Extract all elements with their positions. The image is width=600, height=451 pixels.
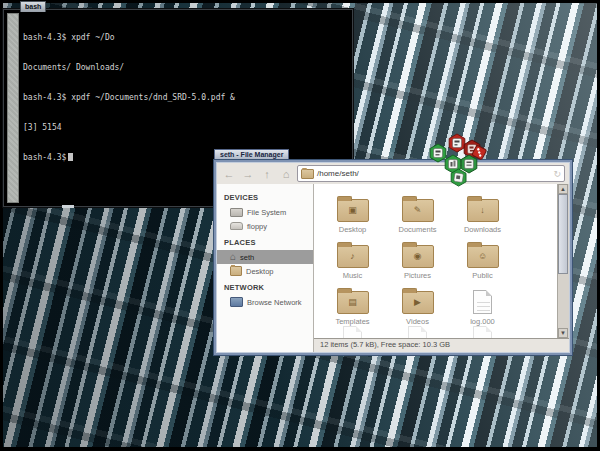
sidebar-heading-devices: DEVICES	[224, 193, 313, 202]
file-label: Pictures	[404, 271, 431, 280]
document-icon	[408, 326, 427, 338]
sidebar-item-floppy[interactable]: floppy	[217, 219, 313, 233]
file-item-desktop[interactable]: ▣ Desktop	[320, 188, 385, 234]
file-item-pictures[interactable]: ◉ Pictures	[385, 234, 450, 280]
folder-icon: ◉	[402, 245, 434, 268]
scroll-down-icon[interactable]: ▼	[558, 328, 568, 338]
file-label: Desktop	[339, 225, 367, 234]
sidebar: DEVICES File System floppy PLACES ⌂ seth…	[217, 184, 314, 352]
green-die-icon	[430, 144, 446, 162]
files-column: ▣ Desktop ✎ Documents ↓ Downloads ♪	[314, 184, 569, 352]
file-item-log[interactable]: log.000	[450, 280, 515, 326]
up-button[interactable]: ↑	[259, 166, 275, 182]
terminal-line: [3] 5154	[23, 123, 349, 133]
desktop-emblem-icon: ▣	[348, 206, 357, 215]
sidebar-heading-places: PLACES	[224, 238, 313, 247]
scrollbar-thumb[interactable]	[558, 194, 568, 274]
file-manager-window: ← → ↑ ⌂ /home/seth/ ↻ DEVICES File Syste…	[214, 160, 572, 355]
public-emblem-icon: ☺	[478, 252, 487, 261]
terminal-line: Documents/ Downloads/	[23, 63, 349, 73]
terminal-line: bash-4.3$ xpdf ~/Documents/dnd_SRD-5.0.p…	[23, 93, 349, 103]
green-die-icon	[461, 155, 477, 173]
file-item-public[interactable]: ☺ Public	[450, 234, 515, 280]
red-die-icon	[449, 134, 465, 152]
file-label: Templates	[335, 317, 369, 326]
files-scrollbar[interactable]: ▲ ▼	[557, 184, 569, 338]
folder-icon: ▶	[402, 291, 434, 314]
music-emblem-icon: ♪	[350, 252, 355, 261]
file-manager-content: DEVICES File System floppy PLACES ⌂ seth…	[217, 184, 569, 352]
desktop: bash bash-4.3$ xpdf ~/Do Documents/ Down…	[0, 0, 600, 451]
terminal-cursor	[68, 153, 73, 161]
back-button[interactable]: ←	[221, 166, 237, 182]
forward-button[interactable]: →	[240, 166, 256, 182]
folder-icon: ↓	[467, 199, 499, 222]
drive-icon	[230, 208, 243, 217]
videos-emblem-icon: ▶	[414, 298, 421, 307]
file-grid: ▣ Desktop ✎ Documents ↓ Downloads ♪	[320, 188, 520, 326]
sidebar-heading-network: NETWORK	[224, 283, 313, 292]
terminal-resize-grip[interactable]	[62, 205, 74, 208]
network-icon	[230, 297, 243, 307]
home-button[interactable]: ⌂	[278, 166, 294, 182]
file-label: Documents	[399, 225, 437, 234]
files-panel[interactable]: ▣ Desktop ✎ Documents ↓ Downloads ♪	[314, 184, 569, 338]
file-item-templates[interactable]: ▤ Templates	[320, 280, 385, 326]
folder-icon: ✎	[402, 199, 434, 222]
terminal-titlebar[interactable]: bash	[20, 1, 46, 12]
file-label: log.000	[470, 317, 495, 326]
file-item-downloads[interactable]: ↓ Downloads	[450, 188, 515, 234]
document-icon	[343, 326, 362, 338]
file-item-videos[interactable]: ▶ Videos	[385, 280, 450, 326]
sidebar-item-label: File System	[247, 208, 286, 217]
file-manager-toolbar: ← → ↑ ⌂ /home/seth/ ↻	[217, 163, 569, 184]
green-die-icon	[451, 169, 466, 186]
sidebar-item-label: Desktop	[246, 267, 274, 276]
folder-icon: ♪	[337, 245, 369, 268]
sidebar-item-file-system[interactable]: File System	[217, 205, 313, 219]
pictures-emblem-icon: ◉	[414, 252, 422, 261]
terminal-scrollbar[interactable]	[7, 13, 19, 203]
sidebar-item-desktop[interactable]: Desktop	[217, 264, 313, 278]
document-icon	[473, 290, 492, 314]
folder-icon: ▣	[337, 199, 369, 222]
file-item-music[interactable]: ♪ Music	[320, 234, 385, 280]
sidebar-item-label: Browse Network	[247, 298, 302, 307]
file-label: Public	[472, 271, 492, 280]
sidebar-item-label: floppy	[247, 222, 267, 231]
file-label: Downloads	[464, 225, 501, 234]
downloads-emblem-icon: ↓	[480, 206, 485, 215]
file-label: Music	[343, 271, 363, 280]
file-item-documents[interactable]: ✎ Documents	[385, 188, 450, 234]
reload-icon[interactable]: ↻	[553, 169, 561, 179]
templates-emblem-icon: ▤	[348, 298, 357, 307]
floppy-icon	[230, 222, 243, 230]
folder-icon: ▤	[337, 291, 369, 314]
document-icon	[473, 326, 492, 338]
status-bar: 12 items (5.7 kB), Free space: 10.3 GB	[314, 338, 569, 352]
sidebar-item-browse-network[interactable]: Browse Network	[217, 295, 313, 309]
documents-emblem-icon: ✎	[414, 206, 422, 215]
home-icon: ⌂	[230, 252, 236, 262]
sidebar-item-label: seth	[240, 253, 254, 262]
scroll-up-icon[interactable]: ▲	[558, 184, 568, 194]
folder-icon	[230, 266, 242, 276]
terminal-line: bash-4.3$ xpdf ~/Do	[23, 33, 349, 43]
partially-visible-file-row	[320, 326, 520, 338]
sidebar-item-seth[interactable]: ⌂ seth	[217, 250, 313, 264]
dice-cluster[interactable]	[427, 133, 493, 191]
path-folder-icon	[301, 169, 314, 179]
file-label: Videos	[406, 317, 429, 326]
folder-icon: ☺	[467, 245, 499, 268]
